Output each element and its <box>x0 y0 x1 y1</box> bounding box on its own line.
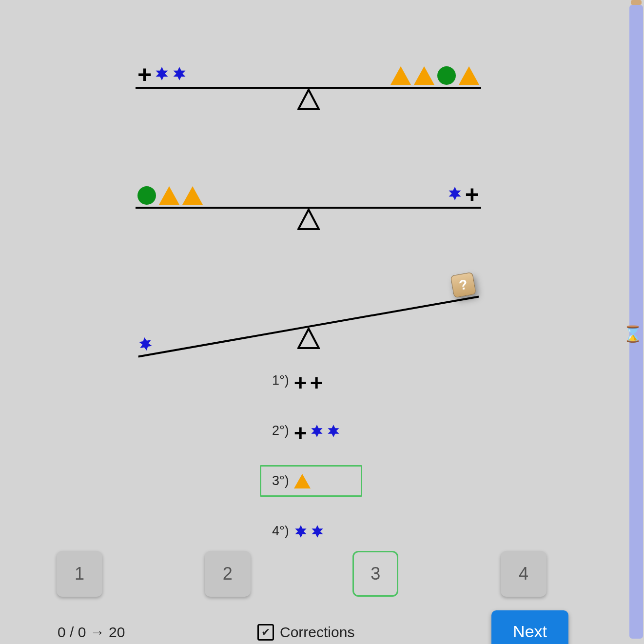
circle-icon <box>137 186 156 205</box>
plus-icon: + <box>294 375 307 390</box>
star-icon <box>327 424 340 438</box>
option-label: 4°) <box>272 524 289 539</box>
svg-marker-0 <box>156 67 168 80</box>
star-icon <box>155 66 169 81</box>
answer-button-3[interactable]: 3 <box>352 551 398 597</box>
corrections-label: Corrections <box>280 624 354 641</box>
option-4[interactable]: 4°) <box>260 515 362 547</box>
score-text: 0 / 0 → 20 <box>58 624 125 641</box>
option-1[interactable]: 1°) + + <box>260 365 362 396</box>
star-icon <box>137 335 154 352</box>
svg-marker-5 <box>138 336 153 351</box>
option-label: 2°) <box>272 423 289 438</box>
option-icons <box>294 474 311 488</box>
option-label: 3°) <box>272 473 289 488</box>
next-button[interactable]: Next <box>491 610 568 644</box>
triangle-icon <box>182 186 203 205</box>
plus-icon: + <box>294 426 307 440</box>
corrections-toggle[interactable]: ✔ Corrections <box>257 624 354 641</box>
fulcrum-icon <box>297 328 320 349</box>
plus-icon: + <box>465 186 479 203</box>
score-answered: 0 <box>78 624 86 640</box>
scale-3-right-items: ? <box>450 272 476 298</box>
option-icons: + + <box>294 373 323 388</box>
answer-button-2[interactable]: 2 <box>205 551 251 597</box>
answer-button-1[interactable]: 1 <box>57 551 102 597</box>
svg-marker-6 <box>298 329 319 348</box>
star-icon <box>310 424 324 438</box>
arrow-icon: → <box>90 624 105 640</box>
score-correct: 0 <box>58 624 66 640</box>
circle-icon <box>437 66 456 85</box>
answer-button-bar: 1 2 3 4 <box>57 551 546 597</box>
svg-marker-4 <box>298 210 319 229</box>
star-icon <box>172 66 187 81</box>
scale-1-left-items: + <box>137 64 187 81</box>
puzzle-stage: + + <box>0 0 644 644</box>
svg-marker-10 <box>312 525 323 538</box>
triangle-icon <box>159 186 179 205</box>
answer-button-4[interactable]: 4 <box>501 551 546 597</box>
svg-marker-7 <box>311 425 322 437</box>
svg-marker-2 <box>298 90 319 109</box>
plus-icon: + <box>310 375 323 390</box>
scale-3-left-items <box>137 335 154 352</box>
svg-marker-9 <box>295 525 306 538</box>
star-icon <box>448 186 462 201</box>
scale-2-right-items: + <box>448 184 479 201</box>
option-2[interactable]: 2°) + <box>260 415 362 447</box>
score-goal: 20 <box>109 624 125 640</box>
svg-marker-8 <box>328 425 339 437</box>
scale-2-left-items <box>137 186 203 205</box>
hourglass-icon: ⌛ <box>623 325 643 343</box>
triangle-icon <box>390 66 411 85</box>
svg-marker-3 <box>449 187 461 200</box>
option-icons: + <box>294 424 340 438</box>
star-icon <box>311 525 324 538</box>
svg-marker-1 <box>174 67 186 80</box>
checkbox-icon[interactable]: ✔ <box>257 624 274 641</box>
triangle-icon <box>294 474 311 488</box>
options-list: 1°) + + 2°) + 3°) 4°) <box>260 365 362 547</box>
question-box-icon: ? <box>450 272 476 298</box>
triangle-icon <box>414 66 434 85</box>
plus-icon: + <box>137 66 152 83</box>
option-label: 1°) <box>272 373 289 388</box>
fulcrum-icon <box>297 89 320 110</box>
triangle-icon <box>459 66 479 85</box>
footer: 0 / 0 → 20 ✔ Corrections Next <box>58 624 568 641</box>
option-3[interactable]: 3°) <box>260 465 362 497</box>
star-icon <box>294 525 308 538</box>
timer-bar <box>629 5 643 639</box>
scale-1-right-items <box>390 66 479 85</box>
fulcrum-icon <box>297 209 320 230</box>
timer-cap <box>631 0 642 5</box>
option-icons <box>294 525 324 538</box>
score-sep: / <box>70 624 78 640</box>
